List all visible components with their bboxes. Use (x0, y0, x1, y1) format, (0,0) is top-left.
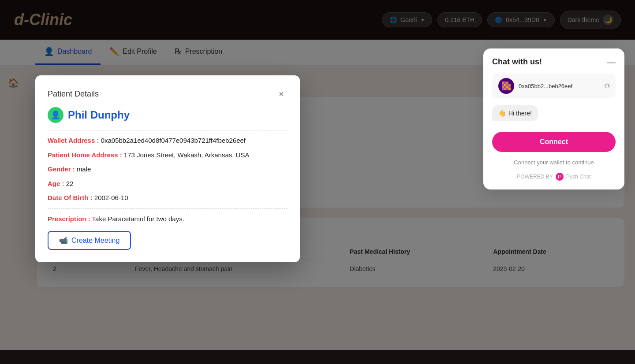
svg-rect-14 (506, 88, 508, 90)
push-chat-logo: P (556, 173, 564, 181)
chat-avatar (498, 78, 514, 94)
chat-address-text: 0xa05bb2...beb26eef (519, 83, 600, 89)
create-meeting-button[interactable]: 📹 Create Meeting (48, 231, 131, 250)
chat-greeting-text: Hi there! (508, 110, 532, 117)
svg-rect-10 (506, 86, 508, 88)
wave-icon: 👋 (498, 110, 506, 117)
video-icon: 📹 (59, 236, 68, 245)
modal-divider-top (48, 130, 288, 130)
svg-rect-4 (502, 84, 504, 86)
chat-footer: POWERED BY P Push Chat (492, 173, 616, 181)
connect-wallet-button[interactable]: Connect (492, 132, 616, 152)
connect-subtitle: Connect your wallet to continue (492, 159, 616, 166)
modal-header: Patient Details × (48, 88, 288, 100)
home-address-label: Patient Home Address : (48, 151, 122, 159)
create-meeting-label: Create Meeting (71, 237, 120, 245)
modal-title: Patient Details (48, 89, 99, 99)
dob-label: Date Of Birth : (48, 194, 93, 201)
patient-prescription-row: Prescription : Take Paracetamol for two … (48, 214, 288, 224)
push-chat-label: Push Chat (566, 174, 591, 180)
chat-title: Chat with us! (492, 57, 542, 67)
age-detail-value: 22 (66, 180, 74, 187)
modal-divider-bottom (48, 208, 288, 209)
chat-address-row: 0xa05bb2...beb26eef ⧉ (492, 74, 616, 98)
svg-rect-5 (504, 84, 506, 86)
svg-rect-12 (502, 88, 504, 90)
wallet-label: Wallet Address : (48, 137, 99, 144)
svg-rect-3 (506, 82, 508, 84)
copy-icon[interactable]: ⧉ (605, 82, 609, 90)
gender-label: Gender : (48, 165, 75, 173)
svg-rect-8 (502, 86, 504, 88)
wallet-value: 0xa05bb2a1ed40d8f0477e0943b721ff4fbeb26e… (101, 137, 246, 144)
patient-avatar: 👤 (48, 107, 64, 123)
patient-age-row: Age : 22 (48, 179, 288, 189)
svg-rect-7 (508, 84, 511, 86)
patient-gender-row: Gender : male (48, 164, 288, 175)
patient-details-modal: Patient Details × 👤 Phil Dunphy Wallet A… (35, 75, 300, 262)
dob-value: 2002-06-10 (94, 194, 128, 201)
patient-name-row: 👤 Phil Dunphy (48, 107, 288, 123)
patient-name: Phil Dunphy (68, 109, 130, 121)
svg-rect-11 (508, 86, 511, 88)
home-address-value: 173 Jones Street, Wakash, Arkansas, USA (124, 151, 250, 159)
chat-header: Chat with us! — (492, 57, 616, 67)
svg-rect-13 (504, 88, 506, 90)
gender-value: male (77, 165, 91, 173)
patient-wallet-row: Wallet Address : 0xa05bb2a1ed40d8f0477e0… (48, 136, 288, 146)
patient-avatar-icon: 👤 (51, 110, 60, 120)
chat-minimize-button[interactable]: — (607, 58, 616, 67)
avatar-svg (498, 78, 514, 94)
powered-by-label: POWERED BY (517, 174, 553, 180)
svg-rect-2 (504, 82, 506, 84)
modal-close-button[interactable]: × (275, 88, 288, 100)
svg-rect-9 (504, 86, 506, 88)
prescription-value: Take Paracetamol for two days. (92, 215, 184, 223)
svg-rect-15 (508, 88, 511, 90)
svg-rect-1 (502, 82, 504, 84)
prescription-label: Prescription : (48, 215, 90, 223)
svg-rect-6 (506, 84, 508, 86)
patient-home-address-row: Patient Home Address : 173 Jones Street,… (48, 150, 288, 160)
chat-widget: Chat with us! — (483, 48, 624, 189)
chat-greeting-bubble: 👋 Hi there! (492, 105, 538, 121)
age-detail-label: Age : (48, 180, 64, 187)
patient-dob-row: Date Of Birth : 2002-06-10 (48, 193, 288, 203)
